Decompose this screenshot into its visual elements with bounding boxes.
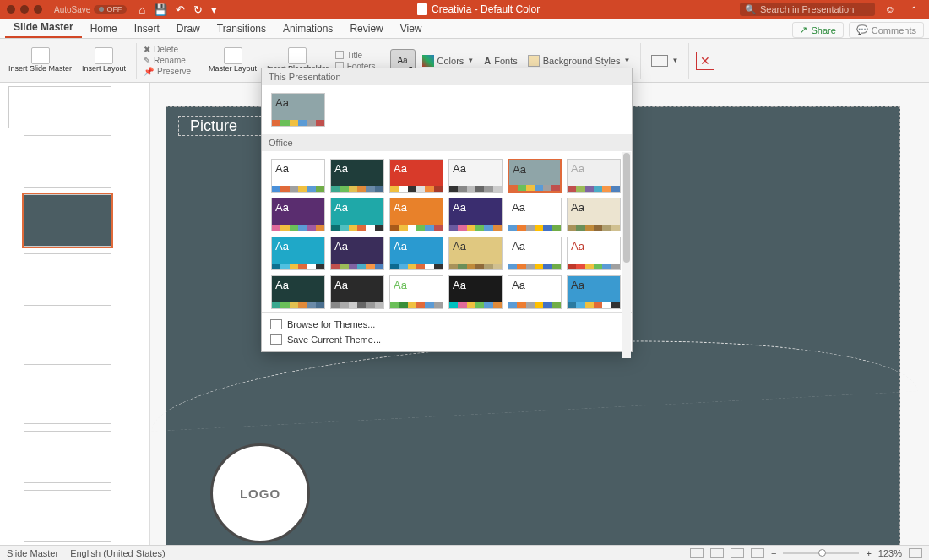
- tab-transitions[interactable]: Transitions: [209, 19, 274, 38]
- theme-option[interactable]: Aa: [567, 159, 621, 193]
- save-theme-button[interactable]: Save Current Theme...: [270, 332, 623, 347]
- minimize-window-icon[interactable]: [20, 5, 29, 14]
- qat-more-icon[interactable]: ▾: [211, 3, 217, 16]
- slideshow-view-button[interactable]: [751, 548, 764, 558]
- theme-option[interactable]: Aa: [389, 275, 443, 309]
- theme-option[interactable]: Aa: [330, 275, 384, 309]
- layout-thumbnail[interactable]: [24, 431, 111, 483]
- theme-option[interactable]: Aa: [448, 159, 503, 193]
- theme-color-chips: [272, 225, 324, 231]
- logo-placeholder[interactable]: LOGO: [210, 443, 310, 543]
- theme-color-chips: [509, 185, 560, 191]
- preserve-button[interactable]: 📌Preserve: [144, 67, 191, 76]
- theme-color-chips: [331, 225, 383, 231]
- theme-option[interactable]: Aa: [508, 275, 562, 309]
- background-styles-dropdown[interactable]: Background Styles▼: [524, 55, 634, 67]
- theme-option[interactable]: Aa: [271, 275, 325, 309]
- close-window-icon[interactable]: [7, 5, 15, 14]
- search-input[interactable]: 🔍 Search in Presentation: [740, 3, 875, 16]
- theme-color-chips: [449, 264, 502, 269]
- theme-option[interactable]: Aa: [330, 159, 384, 193]
- theme-option[interactable]: Aa: [389, 159, 443, 193]
- theme-preview-text: Aa: [390, 276, 443, 302]
- layout-thumbnail[interactable]: [24, 253, 111, 306]
- themes-gallery-popup: This Presentation Aa Office AaAaAaAaAaAa…: [261, 68, 633, 352]
- comments-button[interactable]: 💬Comments: [849, 22, 924, 38]
- theme-option[interactable]: Aa: [271, 198, 325, 231]
- share-button[interactable]: ↗Share: [792, 22, 843, 38]
- theme-option[interactable]: Aa: [330, 237, 384, 270]
- ribbon-options-icon[interactable]: ⌃: [905, 1, 922, 18]
- zoom-in-button[interactable]: +: [866, 548, 871, 558]
- theme-option[interactable]: Aa: [567, 237, 621, 270]
- theme-option[interactable]: Aa: [389, 198, 443, 231]
- browse-themes-button[interactable]: Browse for Themes...: [270, 317, 623, 332]
- save-icon[interactable]: 💾: [154, 3, 167, 16]
- status-language[interactable]: English (United States): [70, 548, 166, 558]
- share-icon: ↗: [800, 24, 807, 35]
- theme-color-chips: [449, 302, 502, 308]
- tab-slide-master[interactable]: Slide Master: [5, 18, 82, 38]
- theme-option[interactable]: Aa: [448, 198, 503, 231]
- master-thumbnail[interactable]: [8, 86, 111, 128]
- theme-color-chips: [390, 264, 443, 269]
- theme-option[interactable]: Aa: [448, 275, 503, 309]
- zoom-level[interactable]: 123%: [878, 548, 902, 558]
- master-layout-button[interactable]: Master Layout: [205, 41, 260, 80]
- theme-option[interactable]: Aa: [271, 159, 325, 193]
- tab-draw[interactable]: Draw: [168, 19, 209, 38]
- insert-layout-button[interactable]: Insert Layout: [79, 41, 129, 80]
- slide-size-dropdown[interactable]: ▼: [648, 55, 682, 67]
- window-controls[interactable]: [7, 5, 42, 14]
- reading-view-button[interactable]: [731, 548, 744, 558]
- undo-icon[interactable]: ↶: [176, 3, 185, 16]
- layout-thumbnail[interactable]: [24, 135, 111, 188]
- layout-thumbnail[interactable]: [24, 194, 111, 247]
- layout-thumbnail[interactable]: [24, 372, 111, 424]
- theme-option[interactable]: Aa: [508, 237, 562, 270]
- quick-access-toolbar: ⌂ 💾 ↶ ↻ ▾: [139, 3, 217, 16]
- theme-preview-text: Aa: [331, 276, 383, 302]
- rename-button[interactable]: ✎Rename: [144, 56, 191, 65]
- normal-view-button[interactable]: [690, 548, 704, 558]
- fit-to-window-button[interactable]: [909, 548, 922, 558]
- close-master-button[interactable]: ✕: [696, 52, 714, 70]
- theme-preview-text: Aa: [509, 160, 560, 185]
- zoom-out-button[interactable]: −: [771, 548, 776, 558]
- themes-scrollbar[interactable]: [622, 152, 631, 358]
- theme-option[interactable]: Aa: [567, 198, 621, 231]
- theme-option[interactable]: Aa: [508, 159, 562, 193]
- tab-home[interactable]: Home: [82, 19, 126, 38]
- autosave-toggle[interactable]: AutoSave OFF: [54, 5, 127, 14]
- theme-option[interactable]: Aa: [330, 198, 384, 231]
- insert-slide-master-button[interactable]: Insert Slide Master: [5, 41, 75, 80]
- colors-dropdown[interactable]: Colors▼: [419, 55, 478, 67]
- theme-option[interactable]: Aa: [448, 237, 503, 270]
- home-icon[interactable]: ⌂: [139, 3, 145, 16]
- zoom-slider[interactable]: [783, 552, 859, 554]
- tab-animations[interactable]: Animations: [274, 19, 341, 38]
- tab-view[interactable]: View: [392, 19, 431, 38]
- document-title: Creativia - Default Color: [217, 3, 740, 15]
- zoom-window-icon[interactable]: [34, 5, 42, 14]
- sorter-view-button[interactable]: [710, 548, 724, 558]
- theme-option[interactable]: Aa: [389, 237, 443, 270]
- layout-thumbnail[interactable]: [24, 313, 111, 365]
- theme-color-chips: [272, 264, 324, 269]
- colors-icon: [422, 55, 434, 67]
- theme-option[interactable]: Aa: [567, 275, 621, 309]
- status-mode[interactable]: Slide Master: [7, 548, 58, 558]
- account-icon[interactable]: ☺: [882, 1, 899, 18]
- fonts-dropdown[interactable]: AFonts: [481, 56, 520, 66]
- tab-insert[interactable]: Insert: [126, 19, 168, 38]
- delete-button[interactable]: ✖Delete: [144, 45, 191, 54]
- layout-thumbnail[interactable]: [24, 490, 111, 542]
- theme-option[interactable]: Aa: [271, 237, 325, 270]
- redo-icon[interactable]: ↻: [193, 3, 203, 16]
- theme-option[interactable]: Aa: [508, 198, 562, 231]
- close-icon: ✕: [700, 54, 710, 68]
- slide-thumbnails-panel[interactable]: [0, 83, 150, 545]
- tab-review[interactable]: Review: [341, 19, 391, 38]
- title-checkbox[interactable]: Title: [335, 51, 376, 60]
- theme-option[interactable]: Aa: [271, 93, 325, 127]
